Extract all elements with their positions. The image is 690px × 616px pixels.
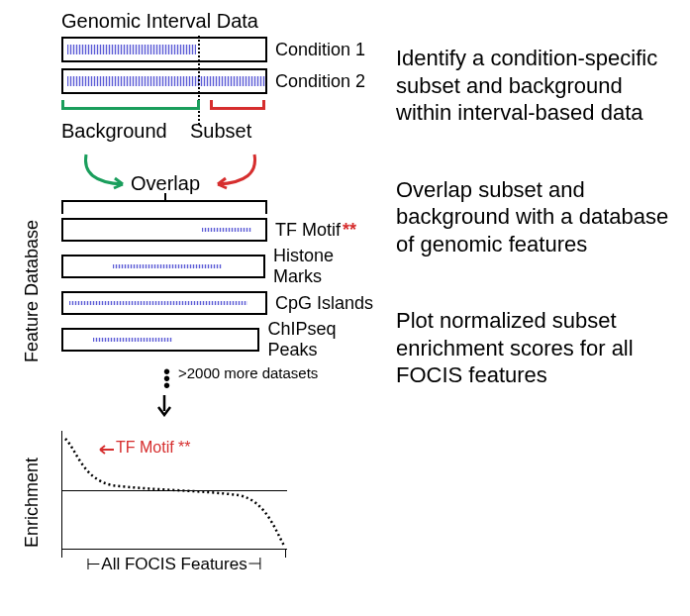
- condition2-peaks: [67, 76, 265, 86]
- feature-db-bracket: [61, 200, 267, 214]
- more-datasets-text: >2000 more datasets: [178, 364, 318, 381]
- tf-annotation-arrow: [98, 445, 114, 455]
- tf-motif-star: **: [343, 220, 356, 240]
- condition2-track: Condition 2: [61, 68, 386, 94]
- condition1-label: Condition 1: [275, 40, 365, 60]
- condition2-label: Condition 2: [275, 71, 365, 92]
- cpg-label: CpG Islands: [275, 293, 373, 314]
- condition2-box: [61, 68, 267, 94]
- chipseq-peaks: [93, 338, 172, 342]
- subset-bracket: [210, 100, 265, 110]
- description-step1: Identify a condition-specific subset and…: [396, 45, 670, 127]
- feature-database-axis-label: Feature Database: [22, 220, 43, 362]
- background-label: Background: [61, 120, 190, 143]
- tf-motif-track: TF Motif**: [61, 218, 386, 242]
- chipseq-label: ChIPseq Peaks: [267, 319, 386, 360]
- cpg-peaks: [69, 301, 247, 305]
- condition1-box: [61, 37, 267, 62]
- condition1-peaks: [67, 45, 196, 54]
- vertical-dots: •••: [61, 364, 170, 389]
- genomic-interval-title: Genomic Interval Data: [61, 10, 386, 33]
- histone-box: [61, 255, 265, 278]
- description-step2: Overlap subset and background with a dat…: [396, 176, 670, 258]
- background-bracket: [61, 100, 200, 110]
- background-subset-brackets: [61, 100, 267, 120]
- down-arrow-icon: [61, 395, 267, 417]
- condition1-track: Condition 1: [61, 37, 386, 62]
- tf-motif-label: TF Motif**: [275, 220, 356, 241]
- tf-motif-box: [61, 218, 267, 242]
- histone-label: Histone Marks: [273, 246, 386, 287]
- cpg-box: [61, 291, 267, 315]
- histone-track: Histone Marks: [61, 246, 386, 287]
- tf-annotation-text: TF Motif **: [116, 439, 191, 457]
- enrichment-xlabel: ⊢All FOCIS Features⊣: [61, 554, 287, 574]
- enrichment-ylabel: Enrichment: [22, 458, 43, 548]
- enrichment-plot: TF Motif **: [61, 431, 287, 550]
- histone-peaks: [113, 264, 222, 268]
- cpg-track: CpG Islands: [61, 291, 386, 315]
- overlap-label: Overlap: [131, 172, 200, 195]
- chipseq-box: [61, 328, 259, 352]
- chipseq-track: ChIPseq Peaks: [61, 319, 386, 360]
- subset-arrow: [200, 153, 259, 192]
- description-step3: Plot normalized subset enrichment scores…: [396, 307, 670, 389]
- tf-motif-peaks: [202, 228, 251, 232]
